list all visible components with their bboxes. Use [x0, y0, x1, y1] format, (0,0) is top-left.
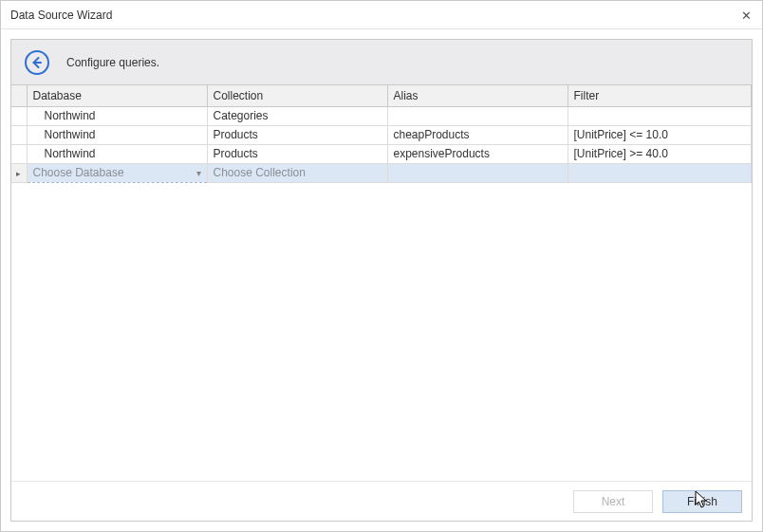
new-row-filter[interactable] — [568, 163, 752, 182]
close-icon: ✕ — [741, 9, 752, 23]
new-row-alias[interactable] — [387, 163, 568, 182]
cell-collection[interactable]: Products — [207, 144, 387, 163]
back-arrow-icon — [30, 56, 44, 69]
back-button[interactable] — [25, 50, 49, 75]
table-row[interactable]: Northwind Products expensiveProducts [Un… — [11, 144, 752, 163]
wizard-panel: Configure queries. Database Collection A… — [10, 39, 753, 522]
cell-alias[interactable]: cheapProducts — [387, 125, 568, 144]
cell-database[interactable]: Northwind — [27, 106, 207, 125]
row-gutter — [11, 144, 27, 163]
cell-database[interactable]: Northwind — [27, 125, 207, 144]
panel-header: Configure queries. — [11, 40, 752, 85]
grid-area: Database Collection Alias Filter Northwi… — [11, 85, 752, 481]
wizard-inner: Configure queries. Database Collection A… — [1, 29, 762, 531]
window-title: Data Source Wizard — [10, 9, 112, 22]
grid-header-row: Database Collection Alias Filter — [11, 85, 752, 106]
next-label: Next — [602, 495, 625, 508]
database-placeholder: Choose Database — [33, 166, 124, 179]
cell-filter[interactable]: [UnitPrice] <= 10.0 — [568, 125, 752, 144]
new-row[interactable]: ▸ Choose Database ▾ Choose Collection — [11, 163, 752, 182]
finish-label: Finish — [687, 495, 717, 508]
cell-filter[interactable] — [568, 106, 752, 125]
row-gutter — [11, 125, 27, 144]
table-row[interactable]: Northwind Categories — [11, 106, 752, 125]
cell-database[interactable]: Northwind — [27, 144, 207, 163]
cell-alias[interactable] — [387, 106, 568, 125]
table-row[interactable]: Northwind Products cheapProducts [UnitPr… — [11, 125, 752, 144]
titlebar: Data Source Wizard ✕ — [1, 1, 762, 29]
new-row-database[interactable]: Choose Database ▾ — [27, 163, 207, 182]
col-header-alias[interactable]: Alias — [387, 85, 568, 106]
gutter-header — [11, 85, 27, 106]
row-gutter — [11, 106, 27, 125]
col-header-filter[interactable]: Filter — [568, 85, 752, 106]
chevron-down-icon: ▾ — [196, 168, 201, 178]
new-row-collection[interactable]: Choose Collection — [207, 163, 387, 182]
cell-collection[interactable]: Categories — [207, 106, 387, 125]
page-subtitle: Configure queries. — [66, 56, 159, 69]
cell-collection[interactable]: Products — [207, 125, 387, 144]
cell-alias[interactable]: expensiveProducts — [387, 144, 568, 163]
queries-grid[interactable]: Database Collection Alias Filter Northwi… — [11, 85, 752, 183]
close-button[interactable]: ✕ — [737, 7, 754, 24]
finish-button[interactable]: Finish — [662, 490, 742, 513]
new-row-marker: ▸ — [11, 163, 27, 182]
wizard-window: Data Source Wizard ✕ Configure queries. — [0, 0, 763, 532]
col-header-database[interactable]: Database — [27, 85, 207, 106]
current-row-icon: ▸ — [16, 169, 21, 178]
next-button: Next — [573, 490, 653, 513]
footer: Next Finish — [11, 481, 752, 521]
cell-filter[interactable]: [UnitPrice] >= 40.0 — [568, 144, 752, 163]
col-header-collection[interactable]: Collection — [207, 85, 387, 106]
